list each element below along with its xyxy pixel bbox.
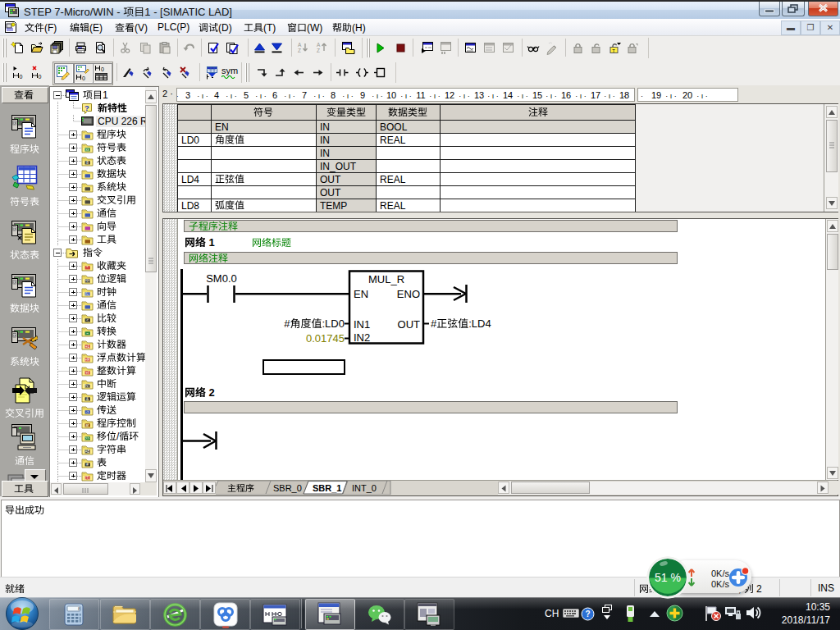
svg-text:&: & — [86, 397, 89, 401]
svg-text:(E): (E) — [89, 22, 103, 34]
svg-text::LD0: :LD0 — [322, 317, 345, 330]
svg-text:14: 14 — [503, 90, 513, 100]
svg-text:0: 0 — [82, 75, 85, 81]
svg-text:->: -> — [85, 410, 89, 414]
svg-text:· ı ·: · ı · — [284, 92, 295, 100]
svg-text:CPU 226 R: CPU 226 R — [98, 116, 145, 127]
svg-text:17: 17 — [591, 90, 600, 100]
svg-text:11: 11 — [416, 90, 425, 100]
svg-text:IN: IN — [320, 121, 330, 133]
svg-text:A: A — [317, 42, 321, 48]
svg-text:· ı ·: · ı · — [429, 92, 441, 100]
svg-text:1: 1 — [206, 236, 215, 249]
svg-text:TEMP: TEMP — [320, 200, 347, 212]
svg-text:12: 12 — [445, 90, 454, 100]
svg-text:LD0: LD0 — [181, 135, 199, 146]
svg-text:· ı ·: · ı · — [665, 92, 677, 100]
svg-text:0: 0 — [20, 74, 23, 80]
svg-text:13: 13 — [474, 90, 484, 100]
svg-text:2: 2 — [206, 386, 215, 399]
svg-text:<: < — [86, 318, 89, 322]
svg-text:A: A — [298, 42, 302, 48]
svg-text:51 %: 51 % — [655, 571, 681, 584]
svg-text:· ı ·: · ı · — [400, 92, 412, 100]
svg-text:REAL: REAL — [380, 200, 406, 212]
svg-text:Z: Z — [298, 48, 301, 53]
svg-text:(D): (D) — [218, 22, 232, 34]
svg-text:SBR_0: SBR_0 — [273, 483, 302, 493]
svg-text:8: 8 — [78, 606, 80, 611]
svg-text:#: # — [431, 317, 437, 330]
svg-text:· ı ·: · ı · — [372, 92, 383, 100]
svg-text:OUT: OUT — [320, 174, 341, 185]
svg-text:T: T — [612, 48, 615, 53]
svg-text:/: / — [116, 431, 120, 442]
svg-text:10: 10 — [386, 90, 396, 100]
svg-text:3: 3 — [185, 90, 190, 100]
svg-text:0K/s: 0K/s — [711, 579, 730, 589]
svg-text:6: 6 — [272, 90, 277, 100]
svg-text:· ı ·: · ı · — [575, 92, 587, 100]
svg-text:· ı ·: · ı · — [197, 92, 208, 100]
svg-text:· ı ·: · ı · — [696, 92, 708, 100]
svg-text:(T): (T) — [85, 476, 90, 480]
svg-text:STEP 7-Micro/WIN -: STEP 7-Micro/WIN - — [24, 6, 123, 18]
svg-text:REAL: REAL — [380, 174, 406, 185]
svg-text:IN1: IN1 — [354, 318, 370, 331]
svg-text:16: 16 — [561, 90, 571, 100]
svg-text:Z: Z — [317, 48, 320, 53]
svg-text:IN2: IN2 — [354, 331, 370, 344]
svg-text:20: 20 — [682, 90, 692, 100]
svg-text:0.01745: 0.01745 — [306, 332, 345, 345]
svg-text:IN_OUT: IN_OUT — [320, 161, 357, 172]
svg-text:#: # — [86, 463, 89, 467]
svg-text:OUT: OUT — [320, 187, 341, 199]
svg-text:8: 8 — [86, 161, 89, 165]
svg-text:MUL_R: MUL_R — [368, 273, 404, 285]
svg-text:·: · — [641, 92, 643, 100]
svg-text:0K/s: 0K/s — [711, 568, 730, 578]
svg-text:IN: IN — [320, 135, 330, 146]
svg-text:SM0.0: SM0.0 — [206, 272, 237, 285]
svg-text:·: · — [623, 92, 626, 100]
svg-text:?: ? — [585, 609, 590, 619]
svg-text:0: 0 — [39, 74, 42, 80]
svg-text:· ı ·: · ı · — [459, 92, 470, 100]
svg-text:· ı ·: · ı · — [226, 92, 237, 100]
svg-text:· ı ·: · ı · — [487, 92, 499, 100]
svg-text:AB: AB — [84, 450, 89, 454]
svg-text:HH: HH — [84, 279, 90, 283]
svg-text:5: 5 — [244, 90, 249, 100]
svg-text:· ı ·: · ı · — [313, 92, 325, 100]
svg-text:0: 0 — [101, 66, 104, 72]
svg-text:9: 9 — [360, 90, 365, 100]
svg-text:· ı ·: · ı · — [546, 92, 557, 100]
svg-text:*: * — [87, 266, 89, 270]
svg-text:#: # — [284, 317, 290, 330]
svg-text:+1: +1 — [85, 345, 90, 349]
svg-text:· ı ·: · ı · — [255, 92, 267, 100]
svg-text:15: 15 — [532, 90, 542, 100]
svg-text:IN: IN — [320, 148, 330, 159]
svg-text:OUT: OUT — [398, 318, 421, 331]
svg-text:LD8: LD8 — [181, 200, 199, 212]
svg-text:ENO: ENO — [397, 288, 420, 300]
svg-text:SBR_1: SBR_1 — [313, 483, 341, 493]
svg-text:4: 4 — [214, 90, 219, 100]
svg-text:(F): (F) — [44, 22, 57, 34]
svg-text:(L): (L) — [85, 292, 90, 296]
svg-text:BOOL: BOOL — [380, 121, 408, 133]
svg-text:REAL: REAL — [380, 135, 406, 146]
svg-text:INT: INT — [84, 384, 91, 388]
svg-text:xx: xx — [85, 148, 89, 152]
svg-text:?: ? — [84, 103, 89, 112]
svg-text:· ı ·: · ı · — [176, 92, 179, 100]
svg-text:~: ~ — [86, 331, 89, 336]
svg-text:· ı ·: · ı · — [342, 92, 354, 100]
svg-text::LD4: :LD4 — [468, 317, 491, 330]
svg-text:7: 7 — [302, 90, 307, 100]
svg-text:EN: EN — [215, 121, 229, 133]
svg-text:LD4: LD4 — [181, 174, 199, 185]
svg-text:EN: EN — [354, 288, 368, 300]
svg-text:1: 1 — [103, 89, 108, 101]
